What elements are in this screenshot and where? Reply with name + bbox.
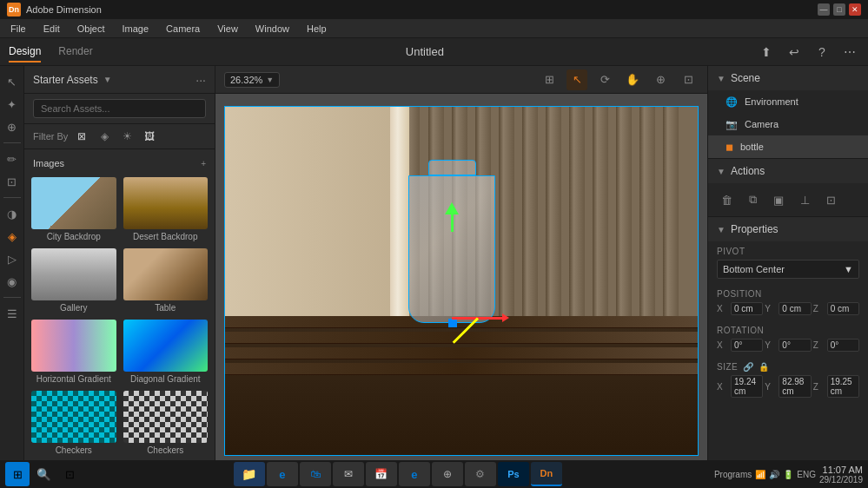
menu-window[interactable]: Window bbox=[252, 22, 293, 36]
menu-help[interactable]: Help bbox=[303, 22, 330, 36]
pivot-dropdown[interactable]: Bottom Center ▼ bbox=[717, 260, 859, 279]
duplicate-action-button[interactable]: ⧉ bbox=[743, 190, 762, 209]
rot-x-value[interactable]: 0° bbox=[731, 339, 763, 352]
taskbar-search[interactable]: 🔍 bbox=[31, 462, 56, 486]
position-row: X 0 cm Y 0 cm Z 0 cm bbox=[717, 302, 859, 315]
search-bar bbox=[24, 94, 215, 124]
more-button[interactable]: ⋯ bbox=[840, 43, 859, 62]
tab-design[interactable]: Design bbox=[9, 42, 41, 63]
asset-city-backdrop[interactable]: City Backdrop bbox=[31, 177, 116, 241]
rot-z-value[interactable]: 0° bbox=[827, 339, 859, 352]
frame-tool-button[interactable]: ⊞ bbox=[539, 69, 560, 90]
minimize-button[interactable]: — bbox=[818, 3, 830, 16]
panel-dropdown-arrow[interactable]: ▼ bbox=[103, 75, 112, 84]
scene-item-bottle[interactable]: ◼ bottle bbox=[708, 135, 868, 158]
env-tool-button[interactable]: ◑ bbox=[2, 203, 23, 224]
tab-actions: ⬆ ↩ ? ⋯ bbox=[757, 43, 859, 62]
asset-desert-backdrop[interactable]: Desert Backdrop bbox=[123, 177, 209, 241]
size-link-icon[interactable]: 🔗 bbox=[743, 362, 753, 372]
properties-section-header[interactable]: ▼ Properties bbox=[708, 217, 868, 241]
asset-table[interactable]: Table bbox=[123, 248, 209, 313]
share-button[interactable]: ⬆ bbox=[757, 43, 776, 62]
help-button[interactable]: ? bbox=[812, 43, 832, 62]
layers-tool-button[interactable]: ☰ bbox=[2, 303, 23, 324]
canvas-viewport[interactable]: 2048 × 1365 px bbox=[215, 94, 707, 460]
zoom-tool-button[interactable]: ⊕ bbox=[650, 69, 671, 90]
size-y-value[interactable]: 82.98 cm bbox=[779, 375, 811, 398]
orbit-tool-button[interactable]: ⟳ bbox=[594, 69, 615, 90]
menu-file[interactable]: File bbox=[7, 22, 30, 36]
camera-tool-button[interactable]: ◉ bbox=[2, 271, 23, 292]
scene-item-environment[interactable]: 🌐 Environment bbox=[708, 90, 868, 113]
scene-section-header[interactable]: ▼ Scene bbox=[708, 66, 868, 90]
taskbar-calendar[interactable]: 📅 bbox=[366, 462, 397, 486]
cursor-tool-button[interactable]: ↖ bbox=[567, 69, 587, 90]
filter-light[interactable]: ☀ bbox=[118, 128, 136, 145]
pos-y-value[interactable]: 0 cm bbox=[779, 302, 811, 315]
panel-options[interactable]: ··· bbox=[195, 73, 206, 87]
asset-checkers-2[interactable]: Checkers bbox=[123, 391, 209, 455]
taskbar-file-explorer[interactable]: 📁 bbox=[234, 462, 265, 486]
time-display: 11:07 AM bbox=[819, 465, 863, 475]
start-button[interactable]: ⊞ bbox=[5, 462, 30, 486]
size-x-value[interactable]: 19.24 cm bbox=[731, 375, 763, 398]
taskbar-ie[interactable]: e bbox=[399, 462, 430, 486]
dimension-icon: Dn bbox=[540, 468, 553, 478]
bottle-object[interactable] bbox=[408, 160, 495, 323]
size-z-value[interactable]: 19.25 cm bbox=[827, 375, 859, 398]
scene-item-camera[interactable]: 📷 Camera bbox=[708, 113, 868, 135]
wall-panel-5 bbox=[499, 106, 514, 316]
size-lock-icon[interactable]: 🔒 bbox=[759, 362, 769, 372]
align-action-button[interactable]: ⊥ bbox=[795, 190, 814, 209]
delete-action-button[interactable]: 🗑 bbox=[717, 190, 736, 209]
close-button[interactable]: ✕ bbox=[849, 3, 861, 16]
menu-object[interactable]: Object bbox=[74, 22, 109, 36]
more-action-button[interactable]: ⊡ bbox=[821, 190, 840, 209]
taskbar-chrome[interactable]: ⊕ bbox=[432, 462, 463, 486]
taskbar-task-view[interactable]: ⊡ bbox=[57, 462, 82, 486]
render-tool-button[interactable]: ▷ bbox=[2, 248, 23, 269]
select-tool-button[interactable]: ↖ bbox=[2, 71, 23, 92]
group-action-button[interactable]: ▣ bbox=[769, 190, 788, 209]
pivot-title: Pivot bbox=[717, 247, 859, 256]
canvas-toolbar: 26.32% ▼ ⊞ ↖ ⟳ ✋ ⊕ ⊡ bbox=[215, 66, 707, 94]
menu-image[interactable]: Image bbox=[119, 22, 153, 36]
model-tool-button[interactable]: ◈ bbox=[2, 226, 23, 247]
filter-image[interactable]: 🖼 bbox=[141, 128, 158, 145]
taskbar-photoshop[interactable]: Ps bbox=[498, 462, 529, 486]
tab-render[interactable]: Render bbox=[58, 42, 92, 63]
pos-x-value[interactable]: 0 cm bbox=[731, 302, 763, 315]
asset-checkers-1[interactable]: Checkers bbox=[31, 391, 116, 455]
pan-tool-button[interactable]: ✋ bbox=[622, 69, 643, 90]
grid-view-button[interactable]: ⊡ bbox=[678, 69, 699, 90]
undo-button[interactable]: ↩ bbox=[785, 43, 804, 62]
maximize-button[interactable]: □ bbox=[833, 3, 845, 16]
filter-3d[interactable]: ◈ bbox=[96, 128, 113, 145]
asset-diagonal-gradient[interactable]: Diagonal Gradient bbox=[123, 320, 209, 384]
taskbar-store[interactable]: 🛍 bbox=[300, 462, 331, 486]
actions-section-header[interactable]: ▼ Actions bbox=[708, 159, 868, 183]
menu-view[interactable]: View bbox=[214, 22, 242, 36]
snap-tool-button[interactable]: ⊡ bbox=[2, 171, 23, 192]
taskbar-edge[interactable]: e bbox=[267, 462, 298, 486]
asset-gallery[interactable]: Gallery bbox=[31, 248, 116, 313]
table-thumb bbox=[123, 248, 209, 300]
filter-all[interactable]: ⊠ bbox=[73, 128, 90, 145]
rot-y-value[interactable]: 0° bbox=[779, 339, 811, 352]
search-input[interactable] bbox=[33, 99, 206, 118]
menu-edit[interactable]: Edit bbox=[40, 22, 63, 36]
size-title: Size bbox=[717, 362, 738, 372]
pos-z-value[interactable]: 0 cm bbox=[827, 302, 859, 315]
taskbar-mail[interactable]: ✉ bbox=[333, 462, 364, 486]
wall-panel-7 bbox=[546, 106, 561, 316]
asset-horizontal-gradient[interactable]: Horizontal Gradient bbox=[31, 320, 116, 384]
taskbar-system-settings[interactable]: ⚙ bbox=[465, 462, 496, 486]
floor-plank-3 bbox=[224, 347, 699, 359]
taskbar-dimension[interactable]: Dn bbox=[531, 462, 562, 486]
images-section-toggle[interactable]: + bbox=[201, 159, 206, 168]
menu-camera[interactable]: Camera bbox=[162, 22, 203, 36]
paint-tool-button[interactable]: ✏ bbox=[2, 148, 23, 169]
magic-tool-button[interactable]: ✦ bbox=[2, 94, 23, 115]
zoom-control[interactable]: 26.32% ▼ bbox=[224, 72, 280, 88]
place-tool-button[interactable]: ⊕ bbox=[2, 116, 23, 137]
